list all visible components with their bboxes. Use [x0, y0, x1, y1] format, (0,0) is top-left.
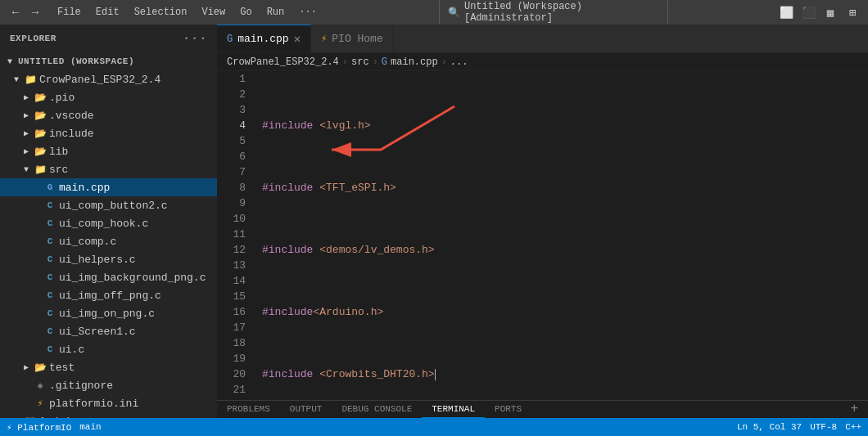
menu-more[interactable]: ···: [292, 5, 323, 20]
line-numbers: 1 2 3 4 5 6 7 8 9 10 11 12 13 14 15 16 1…: [217, 71, 254, 400]
file-icon-gitignore: ◈: [33, 379, 47, 392]
tab-icon-pio: ⚡: [321, 33, 327, 45]
sidebar-item-src[interactable]: ▼ 📁 src: [0, 160, 217, 178]
panel-tab-debug-console[interactable]: DEBUG CONSOLE: [332, 401, 422, 418]
breadcrumb-src[interactable]: src: [351, 56, 369, 68]
line-num-16: 16: [221, 304, 246, 320]
menu-selection[interactable]: Selection: [128, 5, 194, 20]
tab-bar: G main.cpp ✕ ⚡ PIO Home: [217, 25, 868, 53]
expand-arrow-crowpanel: ▼: [10, 73, 23, 86]
tab-label-pio-home: PIO Home: [332, 33, 382, 45]
sidebar-item-test[interactable]: ▶ 📂 test: [0, 358, 217, 376]
sidebar-item-ui-img-bg[interactable]: ▶ C ui_img_background_png.c: [0, 268, 217, 286]
lib-label: lib: [49, 146, 68, 158]
layout-1-icon[interactable]: ⬜: [777, 3, 795, 21]
sidebar-item-ui-screen1[interactable]: ▶ C ui_Screen1.c: [0, 322, 217, 340]
expand-arrow-src: ▼: [20, 163, 33, 176]
status-platformio[interactable]: ⚡ PlatformIO: [7, 422, 71, 433]
sidebar-tree: ▼ UNTITLED (WORKSPACE) ▼ 📁 CrowPanel_ESP…: [0, 52, 217, 418]
label-ui-comp-hook: ui_comp_hook.c: [59, 218, 148, 230]
sidebar-item-crowpanel[interactable]: ▼ 📁 CrowPanel_ESP32_2.4: [0, 70, 217, 88]
sidebar-more-icon[interactable]: ···: [183, 31, 207, 46]
menu-file[interactable]: File: [51, 5, 88, 20]
code-line-4: #include<Arduino.h>: [262, 304, 868, 320]
status-ln-col: Ln 5, Col 37: [737, 422, 802, 432]
sidebar-item-platformio[interactable]: ▶ ⚡ platformio.ini: [0, 394, 217, 412]
op-2: [313, 180, 319, 196]
menu-run[interactable]: Run: [260, 5, 292, 20]
file-icon-c6: C: [43, 289, 57, 302]
line-num-1: 1: [221, 71, 246, 87]
folder-icon-include: 📂: [33, 127, 47, 140]
sidebar-item-include[interactable]: ▶ 📂 include: [0, 124, 217, 142]
menu-edit[interactable]: Edit: [89, 5, 126, 20]
code-editor[interactable]: 1 2 3 4 5 6 7 8 9 10 11 12 13 14 15 16 1…: [217, 71, 868, 400]
panel-tab-output[interactable]: OUTPUT: [280, 401, 332, 418]
file-icon-c2: C: [43, 217, 57, 230]
sidebar-item-vscode[interactable]: ▶ 📂 .vscode: [0, 106, 217, 124]
sidebar-item-ui-comp[interactable]: ▶ C ui_comp.c: [0, 232, 217, 250]
sidebar-item-ui-c[interactable]: ▶ C ui.c: [0, 340, 217, 358]
label-ui-comp-button2: ui_comp_button2.c: [59, 200, 168, 212]
panel-tab-ports[interactable]: PORTS: [485, 401, 531, 418]
layout-4-icon[interactable]: ⊞: [843, 3, 861, 21]
pp-1: #include: [262, 118, 313, 133]
sidebar-item-ui-img-off[interactable]: ▶ C ui_img_off_png.c: [0, 286, 217, 304]
sidebar-item-ui-comp-hook[interactable]: ▶ C ui_comp_hook.c: [0, 214, 217, 232]
line-num-19: 19: [221, 351, 246, 366]
expand-arrow-workspace: ▼: [3, 55, 16, 68]
sidebar-item-main-cpp[interactable]: ▶ G main.cpp: [0, 178, 217, 196]
tab-main-cpp[interactable]: G main.cpp ✕: [217, 25, 311, 52]
search-box[interactable]: 🔍 Untitled (Workspace) [Administrator]: [439, 0, 668, 26]
sidebar-item-pio[interactable]: ▶ 📂 .pio: [0, 88, 217, 106]
expand-arrow-test: ▶: [20, 361, 33, 374]
vscode-label: .vscode: [49, 110, 94, 122]
breadcrumb-dots[interactable]: ...: [450, 56, 468, 68]
status-branch[interactable]: main: [79, 422, 101, 432]
line-num-8: 8: [221, 180, 246, 196]
breadcrumb-main-cpp[interactable]: main.cpp: [391, 56, 438, 68]
sidebar-item-workspace[interactable]: ▼ UNTITLED (WORKSPACE): [0, 52, 217, 70]
title-bar: ← → File Edit Selection View Go Run ··· …: [0, 0, 868, 25]
breadcrumb-sep-3: ›: [441, 56, 447, 68]
inc-2: <TFT_eSPI.h>: [319, 180, 396, 196]
tab-icon-cpp: G: [227, 34, 233, 45]
nav-back[interactable]: ←: [7, 3, 25, 21]
menu-view[interactable]: View: [195, 5, 232, 20]
pio-label: .pio: [49, 92, 75, 104]
line-num-10: 10: [221, 211, 246, 227]
line-num-13: 13: [221, 258, 246, 273]
sidebar-item-gitignore[interactable]: ▶ ◈ .gitignore: [0, 376, 217, 394]
inc-5: <Crowbits_DHT20.h>: [319, 366, 434, 382]
line-num-6: 6: [221, 149, 246, 164]
search-text: Untitled (Workspace) [Administrator]: [464, 1, 659, 24]
panel-tab-problems[interactable]: PROBLEMS: [217, 401, 280, 418]
breadcrumb-crowpanel[interactable]: CrowPanel_ESP32_2.4: [227, 56, 339, 68]
layout-3-icon[interactable]: ▦: [821, 3, 839, 21]
inc-1: <lvgl.h>: [319, 118, 370, 133]
sidebar-item-ui-helpers[interactable]: ▶ C ui_helpers.c: [0, 250, 217, 268]
sidebar-item-arduino-uno[interactable]: ▶ 📂 Arduino_uno: [0, 412, 217, 418]
code-content[interactable]: #include <lvgl.h> #include <TFT_eSPI.h> …: [254, 71, 868, 400]
sidebar-item-ui-comp-button2[interactable]: ▶ C ui_comp_button2.c: [0, 196, 217, 214]
panel-tab-terminal[interactable]: TERMINAL: [422, 401, 485, 418]
file-icon-c4: C: [43, 253, 57, 266]
menu-go[interactable]: Go: [233, 5, 258, 20]
line-num-9: 9: [221, 196, 246, 211]
tab-close-main-cpp[interactable]: ✕: [294, 32, 301, 46]
label-ui-img-off: ui_img_off_png.c: [59, 290, 161, 302]
layout-2-icon[interactable]: ⬛: [799, 3, 817, 21]
status-lang: C++: [845, 422, 861, 432]
folder-icon-src: 📁: [33, 163, 47, 176]
main-content: EXPLORER ··· ▼ UNTITLED (WORKSPACE) ▼ 📁 …: [0, 25, 868, 418]
folder-icon-lib: 📂: [33, 145, 47, 158]
sidebar-item-lib[interactable]: ▶ 📂 lib: [0, 142, 217, 160]
sidebar-item-ui-img-on[interactable]: ▶ C ui_img_on_png.c: [0, 304, 217, 322]
folder-icon-pio: 📂: [33, 91, 47, 104]
panel-add-icon[interactable]: +: [840, 401, 868, 418]
op-3: [313, 242, 319, 258]
nav-forward[interactable]: →: [26, 3, 44, 21]
tab-pio-home[interactable]: ⚡ PIO Home: [311, 25, 394, 52]
nav-arrows: ← →: [0, 3, 44, 21]
folder-icon-vscode: 📂: [33, 109, 47, 122]
